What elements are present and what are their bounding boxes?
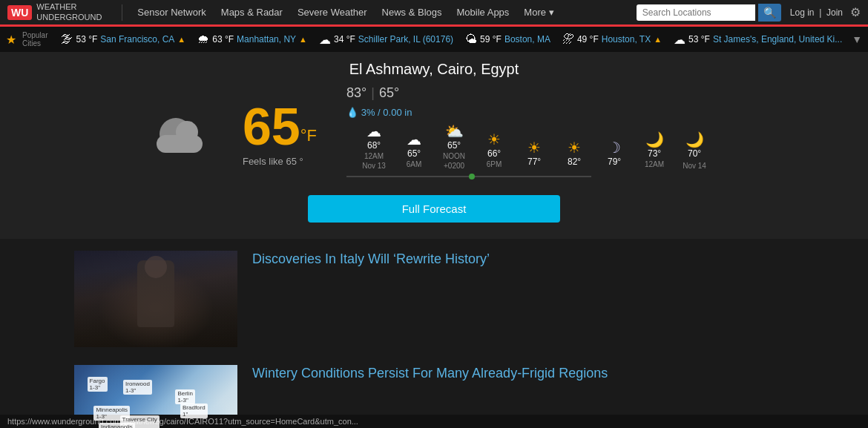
- precip-amount: 0.00 in: [383, 107, 412, 118]
- city-temp: 53 °F: [76, 34, 97, 45]
- alert-icon: ▲: [299, 35, 307, 44]
- hour-item: ☀ 82°: [554, 137, 594, 171]
- precipitation-info: 💧 3% / 0.00 in: [346, 107, 714, 118]
- popular-label: Popular Cities: [22, 31, 47, 47]
- chevron-down-icon: ▾: [549, 7, 554, 18]
- nav-sensor-network[interactable]: Sensor Network: [131, 4, 211, 21]
- current-temp-display: 65°F Feels like 65 °: [243, 101, 317, 167]
- hour-icon-8: 🌙: [685, 131, 704, 148]
- top-navigation: wu WEATHER UNDERGROUND Sensor Network Ma…: [0, 0, 868, 27]
- city-item[interactable]: 🌤 59 °F Boston, MA: [461, 33, 555, 46]
- current-temperature: 65: [243, 98, 300, 156]
- news-section: Discoveries In Italy Will ‘Rewrite Histo…: [0, 239, 868, 428]
- hour-item: 🌙 70° Nov 14: [674, 129, 714, 171]
- full-forecast-button[interactable]: Full Forecast: [308, 195, 560, 223]
- nav-news-blogs[interactable]: News & Blogs: [376, 4, 448, 21]
- city-name: Manhattan, NY: [237, 34, 296, 45]
- city-name: Schiller Park, IL (60176): [358, 34, 453, 45]
- city-temp: 53 °F: [688, 34, 710, 45]
- high-temp: 83°: [346, 85, 366, 101]
- popular-cities-bar: ★ Popular Cities 🌫 53 °F San Francisco, …: [0, 27, 868, 52]
- logo-text: WEATHER UNDERGROUND: [36, 2, 102, 22]
- hi-lo-temps: 83° | 65°: [346, 85, 714, 101]
- weather-icon: ☁: [319, 33, 331, 47]
- nav-more-button[interactable]: More ▾: [518, 4, 560, 21]
- hourly-forecast-row: ☁ 68° 12AM Nov 13 ☁ 65° 6AM ⛅ 65° NOON +…: [354, 121, 714, 171]
- logo[interactable]: wu WEATHER UNDERGROUND: [7, 2, 102, 22]
- city-item[interactable]: ⛈ 49 °F Houston, TX ▲: [558, 33, 666, 46]
- city-name: Boston, MA: [504, 34, 550, 45]
- news-title-winter[interactable]: Wintery Conditions Persist For Many Alre…: [252, 366, 608, 381]
- news-text: Discoveries In Italy Will ‘Rewrite Histo…: [252, 251, 794, 268]
- city-name: St James's, England, United Ki...: [713, 34, 842, 45]
- city-item[interactable]: ☁ 53 °F St James's, England, United Ki..…: [669, 33, 846, 47]
- city-name: San Francisco, CA: [100, 34, 174, 45]
- hour-item: ☽ 79°: [594, 137, 634, 171]
- city-item[interactable]: 🌧 63 °F Manhattan, NY ▲: [193, 33, 312, 46]
- login-link[interactable]: Log in: [790, 7, 815, 18]
- precip-percent: 3%: [361, 107, 375, 118]
- news-item: Discoveries In Italy Will ‘Rewrite Histo…: [74, 251, 794, 347]
- weather-icon: 🌧: [197, 33, 209, 46]
- hour-icon-1: ☁: [407, 131, 421, 148]
- search-input[interactable]: [637, 4, 755, 21]
- city-temp: 49 °F: [577, 34, 599, 45]
- precip-icon: 💧: [346, 107, 358, 118]
- hour-icon-6: ☽: [608, 139, 621, 157]
- weather-icon: ⛈: [562, 33, 574, 46]
- hour-icon-7: 🌙: [645, 131, 664, 148]
- forecast-details: 83° | 65° 💧 3% / 0.00 in ☁ 68° 12AM Nov …: [346, 85, 714, 182]
- news-title-italy[interactable]: Discoveries In Italy Will ‘Rewrite Histo…: [252, 251, 490, 266]
- search-button[interactable]: 🔍: [758, 4, 781, 22]
- temp-unit: °F: [300, 125, 317, 144]
- nav-mobile-apps[interactable]: Mobile Apps: [451, 4, 516, 21]
- search-icon: 🔍: [763, 7, 776, 19]
- timeline-bar: [346, 176, 591, 177]
- city-temp: 59 °F: [480, 34, 502, 45]
- nav-severe-weather[interactable]: Severe Weather: [292, 4, 373, 21]
- nav-links: Sensor Network Maps & Radar Severe Weath…: [131, 4, 637, 21]
- star-icon: ★: [6, 33, 16, 47]
- hour-icon-2: ⛅: [445, 122, 464, 140]
- city-name: Houston, TX: [602, 34, 651, 45]
- hour-item: ☀ 77°: [514, 137, 554, 171]
- hour-item: 🌙 73° 12AM: [634, 129, 674, 171]
- alert-icon: ▲: [177, 35, 185, 44]
- news-thumbnail-italy: [74, 251, 237, 347]
- timeline-dot: [469, 174, 475, 180]
- hour-icon-5: ☀: [568, 139, 581, 157]
- hour-icon-3: ☀: [487, 131, 501, 148]
- hour-icon-4: ☀: [527, 139, 541, 157]
- logo-abbr: wu: [7, 5, 32, 20]
- auth-links: Log in | Join: [790, 7, 843, 18]
- settings-button[interactable]: ⚙: [850, 5, 861, 19]
- weather-icon: 🌤: [465, 33, 477, 46]
- weather-main-section: El Ashmawy, Cairo, Egypt 65°F Feels like…: [0, 52, 868, 239]
- search-area: 🔍 Log in | Join ⚙: [637, 4, 861, 22]
- weather-icon: 🌫: [61, 33, 73, 46]
- join-link[interactable]: Join: [826, 7, 843, 18]
- hour-item: ⛅ 65° NOON +0200: [434, 121, 474, 171]
- news-text: Wintery Conditions Persist For Many Alre…: [252, 365, 794, 382]
- location-title: El Ashmawy, Cairo, Egypt: [349, 61, 519, 78]
- weather-icon: ☁: [674, 33, 685, 47]
- hour-item: ☁ 65° 6AM: [394, 129, 434, 171]
- city-item[interactable]: 🌫 53 °F San Francisco, CA ▲: [56, 33, 190, 46]
- city-temp: 34 °F: [334, 34, 355, 45]
- city-item[interactable]: ☁ 34 °F Schiller Park, IL (60176): [315, 33, 458, 47]
- hour-item: ☀ 66° 6PM: [474, 129, 514, 171]
- expand-cities-button[interactable]: ▼: [852, 33, 862, 45]
- current-weather-icon: [154, 113, 213, 154]
- gear-icon: ⚙: [850, 6, 861, 19]
- nav-divider: [122, 4, 122, 21]
- nav-maps-radar[interactable]: Maps & Radar: [215, 4, 289, 21]
- alert-icon: ▲: [654, 35, 662, 44]
- low-temp: 65°: [379, 85, 399, 101]
- city-temp: 63 °F: [212, 34, 234, 45]
- hour-icon-0: ☁: [366, 122, 381, 140]
- hour-item: ☁ 68° 12AM Nov 13: [354, 121, 394, 171]
- feels-like: Feels like 65 °: [243, 156, 317, 167]
